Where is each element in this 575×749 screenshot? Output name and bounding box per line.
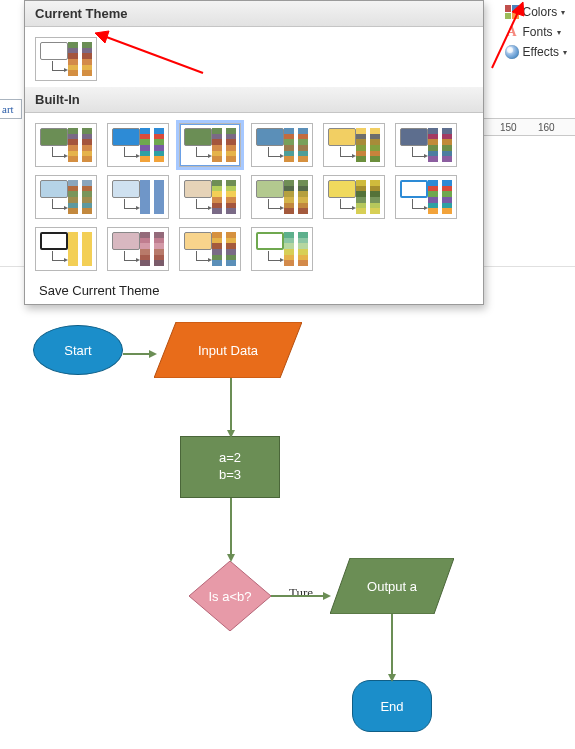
flow-node-start[interactable]: Start [33, 325, 123, 375]
builtin-theme-grid [25, 113, 483, 277]
flow-node-input[interactable]: Input Data [154, 322, 302, 378]
flow-node-process[interactable]: a=2 b=3 [180, 436, 280, 498]
chevron-down-icon: ▾ [563, 48, 567, 57]
builtin-theme-13[interactable] [107, 227, 169, 271]
builtin-theme-7[interactable] [107, 175, 169, 219]
builtin-theme-3[interactable] [251, 123, 313, 167]
process-line2: b=3 [219, 467, 241, 484]
current-theme-header: Current Theme [25, 1, 483, 27]
connector [225, 378, 237, 440]
svg-marker-10 [227, 554, 235, 562]
builtin-theme-5[interactable] [395, 123, 457, 167]
builtin-theme-4[interactable] [323, 123, 385, 167]
process-line1: a=2 [219, 450, 241, 467]
svg-marker-3 [512, 2, 524, 16]
annotation-arrow [490, 0, 530, 70]
svg-line-0 [101, 35, 203, 73]
builtin-theme-2[interactable] [179, 123, 241, 167]
builtin-theme-11[interactable] [395, 175, 457, 219]
chevron-down-icon: ▾ [561, 8, 565, 17]
builtin-theme-15[interactable] [251, 227, 313, 271]
end-label: End [380, 699, 403, 714]
svg-marker-5 [149, 350, 157, 358]
builtin-theme-6[interactable] [35, 175, 97, 219]
flow-node-output[interactable]: Output a [330, 558, 454, 614]
builtin-theme-0[interactable] [35, 123, 97, 167]
svg-marker-13 [323, 592, 331, 600]
builtin-theme-14[interactable] [179, 227, 241, 271]
output-label: Output a [367, 579, 417, 594]
decision-label: Is a<b? [208, 589, 251, 604]
builtin-theme-1[interactable] [107, 123, 169, 167]
save-current-theme[interactable]: Save Current Theme [25, 277, 483, 304]
left-tag: art [0, 99, 22, 119]
builtin-theme-10[interactable] [323, 175, 385, 219]
ruler: 150 160 [480, 118, 575, 136]
svg-line-2 [492, 8, 520, 68]
builtin-theme-9[interactable] [251, 175, 313, 219]
start-label: Start [64, 343, 91, 358]
input-label: Input Data [198, 343, 258, 358]
flow-node-end[interactable]: End [352, 680, 432, 732]
chevron-down-icon: ▾ [557, 28, 561, 37]
current-theme-swatch[interactable] [35, 37, 97, 81]
builtin-theme-8[interactable] [179, 175, 241, 219]
builtin-header: Built-In [25, 87, 483, 113]
connector [271, 591, 333, 601]
svg-marker-1 [95, 31, 109, 43]
connector [386, 614, 398, 684]
svg-marker-8 [227, 430, 235, 438]
flow-node-decision[interactable]: Is a<b? [189, 561, 271, 631]
annotation-arrow [95, 25, 205, 75]
connector [225, 498, 237, 564]
svg-marker-16 [388, 674, 396, 682]
theme-panel: Current Theme Built-In Save Current Them… [24, 0, 484, 305]
builtin-theme-12[interactable] [35, 227, 97, 271]
connector [123, 349, 157, 359]
